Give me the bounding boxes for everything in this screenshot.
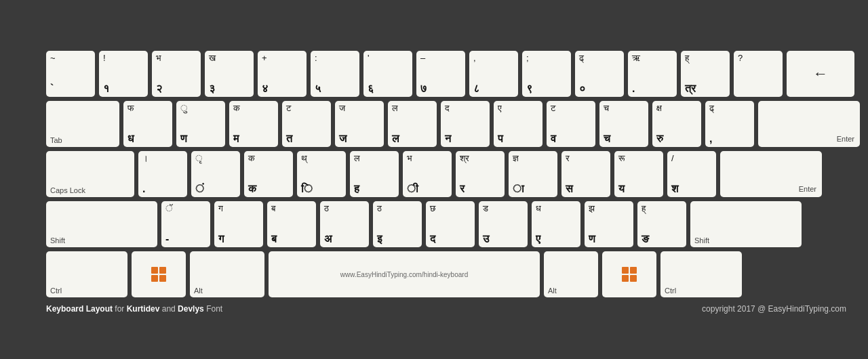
key-o[interactable]: ट व [547, 101, 595, 147]
key-8[interactable]: , ८ [469, 51, 518, 97]
key-5[interactable]: : ५ [311, 51, 359, 97]
key-w[interactable]: ु ण [176, 101, 225, 147]
key-r[interactable]: ट त [282, 101, 331, 147]
key-win-right[interactable] [602, 251, 656, 297]
key-enter[interactable]: Enter [758, 101, 860, 147]
key-backtick[interactable]: ~ ` [46, 51, 95, 97]
key-space[interactable]: www.EasyHindiTyping.com/hindi-keyboard [269, 251, 540, 297]
key-tab[interactable]: Tab [46, 101, 119, 147]
key-shift-right[interactable]: Shift [690, 201, 802, 247]
key-f[interactable]: थ् ि [297, 151, 346, 197]
windows-icon [151, 267, 166, 282]
keyboard-wrapper: ~ ` ! १ भ २ ख ३ + ४ : ५ ' ६ – ७ [34, 39, 834, 320]
key-v[interactable]: ठ अ [320, 201, 369, 247]
key-alt-left[interactable]: Alt [190, 251, 264, 297]
footer: Keyboard Layout for Kurtidev and Devlys … [46, 301, 846, 314]
key-i[interactable]: ए प [494, 101, 542, 147]
keyboard-row-5: Ctrl Alt www.EasyHindiTyping.com/hindi-k… [46, 251, 822, 297]
key-period[interactable]: झ ण [585, 201, 633, 247]
footer-left: Keyboard Layout for Kurtidev and Devlys … [46, 304, 222, 314]
key-q[interactable]: फ ध [123, 101, 172, 147]
key-lbracket[interactable]: क्ष रु [652, 101, 701, 147]
key-bslash[interactable]: ? [734, 51, 783, 97]
key-c[interactable]: ब ब [267, 201, 316, 247]
key-equals[interactable]: ह् त्र [681, 51, 730, 97]
key-e[interactable]: क म [229, 101, 278, 147]
windows-icon-right [622, 267, 637, 282]
key-caps-lock[interactable]: Caps Lock [46, 151, 134, 197]
key-d[interactable]: क क [244, 151, 293, 197]
keyboard-row-4: Shift ॅ - ग ग ब ब ठ अ ठ इ छ द ड उ [46, 201, 822, 247]
key-7[interactable]: – ७ [416, 51, 465, 97]
key-y[interactable]: ल ल [388, 101, 437, 147]
key-2[interactable]: भ २ [152, 51, 201, 97]
key-ctrl-right[interactable]: Ctrl [660, 251, 742, 297]
key-b[interactable]: ठ इ [373, 201, 422, 247]
key-ctrl-left[interactable]: Ctrl [46, 251, 127, 297]
key-enter-2[interactable]: Enter [720, 151, 822, 197]
key-3[interactable]: ख ३ [205, 51, 254, 97]
key-0[interactable]: ढ् ० [575, 51, 624, 97]
footer-right: copyright 2017 @ EasyHindiTyping.com [702, 304, 846, 314]
key-win-left[interactable] [132, 251, 186, 297]
key-u[interactable]: द न [441, 101, 490, 147]
key-x[interactable]: ग ग [214, 201, 263, 247]
key-quote[interactable]: / श [667, 151, 716, 197]
key-k[interactable]: ज्ञ ा [509, 151, 557, 197]
key-shift-left[interactable]: Shift [46, 201, 157, 247]
key-comma[interactable]: ध ए [532, 201, 580, 247]
key-p[interactable]: च च [599, 101, 648, 147]
key-alt-right[interactable]: Alt [544, 251, 598, 297]
key-n[interactable]: छ द [426, 201, 475, 247]
key-g[interactable]: ल ह [350, 151, 399, 197]
keyboard-row-2: Tab फ ध ु ण क म ट त ज ज ल ल द न [46, 101, 822, 147]
key-l[interactable]: र स [561, 151, 610, 197]
key-1[interactable]: ! १ [99, 51, 148, 97]
key-s[interactable]: ृ ं [191, 151, 240, 197]
key-t[interactable]: ज ज [335, 101, 384, 147]
key-4[interactable]: + ४ [258, 51, 307, 97]
key-h[interactable]: भ ी [403, 151, 452, 197]
key-slash[interactable]: ह् ङ [637, 201, 686, 247]
key-minus[interactable]: ऋ . [628, 51, 677, 97]
key-rbracket[interactable]: ढ् , [705, 101, 754, 147]
key-a[interactable]: । . [138, 151, 187, 197]
key-j[interactable]: श्र र [456, 151, 505, 197]
key-backspace[interactable]: ← [787, 51, 854, 97]
key-z[interactable]: ॅ - [161, 201, 210, 247]
key-6[interactable]: ' ६ [363, 51, 412, 97]
keyboard-row-1: ~ ` ! १ भ २ ख ३ + ४ : ५ ' ६ – ७ [46, 51, 822, 97]
keyboard-row-3: Caps Lock । . ृ ं क क थ् ि ल ह भ ी श्र र [46, 151, 822, 197]
key-m[interactable]: ड उ [479, 201, 528, 247]
key-9[interactable]: ; ९ [522, 51, 571, 97]
key-semicolon[interactable]: रू य [614, 151, 663, 197]
